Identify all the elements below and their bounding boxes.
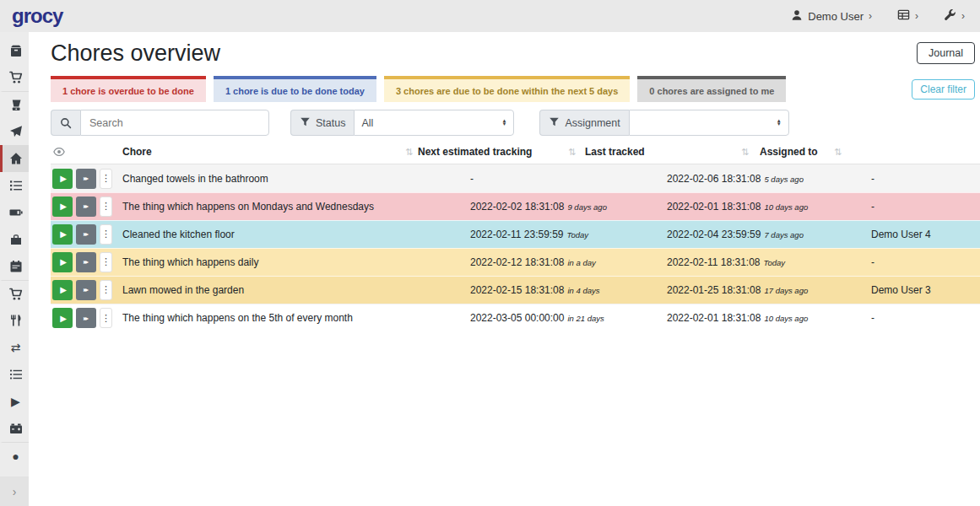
fast-forward-icon: ▸▸ <box>84 286 87 293</box>
sidebar-item-tasks[interactable] <box>0 172 29 199</box>
row-menu-button[interactable]: ⋮ <box>100 308 112 328</box>
play-icon: ▶ <box>60 229 67 239</box>
next-tracking-relative: 9 days ago <box>567 202 606 212</box>
chore-name: Changed towels in the bathroom <box>122 173 470 185</box>
chore-name: The thing which happens on Mondays and W… <box>122 201 470 213</box>
search-input[interactable] <box>80 110 269 136</box>
chores-table: Chore ⇅ Next estimated tracking ⇅ Last t… <box>51 144 980 331</box>
battery-icon <box>9 206 23 219</box>
status-filter-label: Status <box>316 117 345 129</box>
sort-icon[interactable]: ⇅ <box>568 147 576 158</box>
badge-due-today[interactable]: 1 chore is due to be done today <box>214 76 376 102</box>
sidebar-item-shopping-list[interactable] <box>0 64 29 91</box>
sidebar-item-battery-tracking[interactable] <box>0 415 29 442</box>
badge-overdue[interactable]: 1 chore is overdue to be done <box>51 76 206 102</box>
track-chore-button[interactable]: ▶ <box>52 224 73 245</box>
row-menu-button[interactable]: ⋮ <box>100 196 112 217</box>
next-tracking-relative: in 4 days <box>567 286 599 295</box>
assigned-to: Demo User 4 <box>871 229 980 240</box>
assigned-to: - <box>871 173 980 185</box>
badge-due-soon[interactable]: 3 chores are due to be done within the n… <box>384 76 630 102</box>
sidebar-item-recipes[interactable] <box>0 91 29 118</box>
transfer-arrows-icon: ⇄ <box>11 342 21 353</box>
row-menu-button[interactable]: ⋮ <box>100 224 112 245</box>
sort-icon[interactable]: ⇅ <box>741 147 749 158</box>
sidebar-item-inventory[interactable] <box>0 361 29 388</box>
box-icon <box>9 44 23 57</box>
clear-filter-button[interactable]: Clear filter <box>912 79 975 100</box>
column-header-assigned-to[interactable]: Assigned to <box>760 146 818 158</box>
sidebar-item-batteries-overview[interactable] <box>0 199 29 226</box>
user-menu[interactable]: Demo User › <box>791 9 872 24</box>
last-tracked-date: 2022-01-25 18:31:08 <box>667 284 761 296</box>
column-header-next-tracking[interactable]: Next estimated tracking <box>418 146 532 158</box>
assigned-to: Demo User 3 <box>871 284 980 296</box>
play-icon: ▶ <box>60 174 67 183</box>
skip-chore-button[interactable]: ▸▸ <box>76 252 96 272</box>
play-icon: ▶ <box>60 314 67 323</box>
next-tracking-date: 2022-02-11 23:59:59 <box>470 229 564 240</box>
sidebar-collapse-toggle[interactable]: › <box>0 476 29 506</box>
last-tracked-relative: 10 days ago <box>764 314 808 323</box>
shopping-cart-icon <box>9 288 23 301</box>
assignment-select[interactable]: ▲▼ <box>629 110 789 136</box>
skip-chore-button[interactable]: ▸▸ <box>76 224 96 245</box>
chevron-right-icon: › <box>13 485 17 498</box>
track-chore-button[interactable]: ▶ <box>52 196 73 217</box>
play-icon: ▶ <box>60 257 67 266</box>
track-chore-button[interactable]: ▶ <box>52 280 73 300</box>
sidebar-item-purchase[interactable] <box>0 280 29 307</box>
sidebar-item-chores-overview[interactable] <box>0 145 29 172</box>
journal-button[interactable]: Journal <box>917 42 975 64</box>
sidebar-item-calendar[interactable] <box>0 253 29 280</box>
eye-icon <box>53 146 65 160</box>
search-icon <box>51 110 80 136</box>
toolbox-icon <box>9 233 23 246</box>
column-header-last-tracked[interactable]: Last tracked <box>585 146 645 158</box>
table-row: ▶ ▸▸ ⋮ Cleaned the kitchen floor 2022-02… <box>51 220 980 248</box>
wrench-icon <box>944 8 956 24</box>
skip-chore-button[interactable]: ▸▸ <box>76 169 96 189</box>
skip-chore-button[interactable]: ▸▸ <box>76 196 96 217</box>
chevron-right-icon: › <box>915 10 918 22</box>
sidebar-item-settings[interactable]: ● <box>0 442 29 469</box>
table-row: ▶ ▸▸ ⋮ Changed towels in the bathroom - … <box>51 164 980 192</box>
skip-chore-button[interactable]: ▸▸ <box>76 308 96 328</box>
row-menu-button[interactable]: ⋮ <box>100 280 112 300</box>
master-data-menu[interactable]: › <box>897 8 918 24</box>
row-menu-button[interactable]: ⋮ <box>100 169 112 189</box>
sidebar-item-stock-overview[interactable] <box>0 37 29 64</box>
sort-icon[interactable]: ⇅ <box>405 147 413 158</box>
track-chore-button[interactable]: ▶ <box>52 169 73 189</box>
vertical-ellipsis-icon: ⋮ <box>101 313 111 324</box>
chore-name: The thing which happens daily <box>122 256 470 268</box>
sidebar-item-chore-tracking[interactable]: ▶ <box>0 388 29 415</box>
badge-assigned-me[interactable]: 0 chores are assigned to me <box>637 76 786 102</box>
skip-chore-button[interactable]: ▸▸ <box>76 280 96 300</box>
filter-badges-row: 1 chore is overdue to be done 1 chore is… <box>51 76 980 102</box>
next-tracking-relative: in 21 days <box>567 314 604 323</box>
select-arrows-icon: ▲▼ <box>777 120 782 126</box>
settings-menu[interactable]: › <box>944 8 965 24</box>
chevron-right-icon: › <box>961 10 965 22</box>
fast-forward-icon: ▸▸ <box>84 175 87 182</box>
blender-icon <box>9 99 23 112</box>
sidebar-item-consume[interactable] <box>0 307 29 334</box>
filter-controls-row: Status All ▲▼ Assignment ▲▼ <box>51 110 980 136</box>
play-icon: ▶ <box>60 285 67 294</box>
track-chore-button[interactable]: ▶ <box>52 308 73 328</box>
last-tracked-date: 2022-02-11 18:31:08 <box>667 256 761 268</box>
assigned-to: - <box>871 201 980 213</box>
sidebar-item-meal-plan[interactable] <box>0 118 29 145</box>
last-tracked-relative: 17 days ago <box>764 286 808 295</box>
track-chore-button[interactable]: ▶ <box>52 252 73 272</box>
sidebar-item-transfer[interactable]: ⇄ <box>0 334 29 361</box>
filter-funnel-icon <box>549 116 560 130</box>
sidebar-item-equipment[interactable] <box>0 226 29 253</box>
sidebar: ⇄ ▶ ● › <box>0 32 29 506</box>
column-header-chore[interactable]: Chore <box>122 146 152 158</box>
status-select[interactable]: All ▲▼ <box>354 110 514 136</box>
checklist-icon <box>9 179 23 192</box>
row-menu-button[interactable]: ⋮ <box>100 252 112 272</box>
sort-icon[interactable]: ⇅ <box>834 147 842 158</box>
